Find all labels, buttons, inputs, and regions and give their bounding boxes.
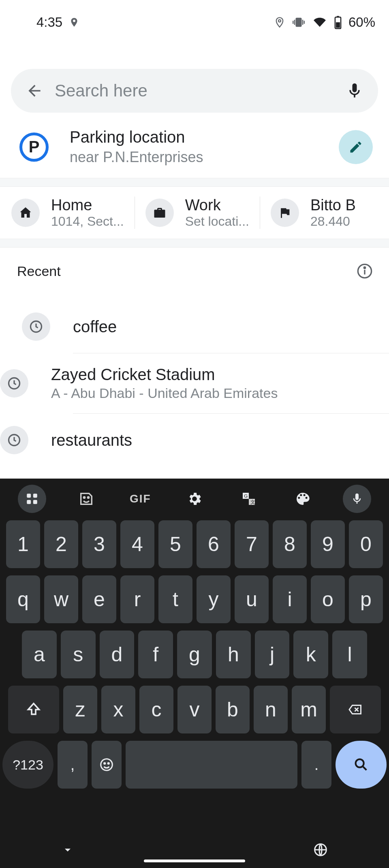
key-o[interactable]: o [311,575,345,623]
parking-subtitle: near P.N.Enterprises [70,149,339,166]
vibrate-icon [292,16,306,28]
key-z[interactable]: z [63,686,97,733]
recent-header: Recent [0,248,389,279]
divider [0,178,389,187]
globe-icon[interactable] [313,842,328,857]
svg-text:文: 文 [250,499,255,504]
recent-item[interactable]: restaurants [73,413,389,466]
key-p[interactable]: p [349,575,383,623]
key-0[interactable]: 0 [349,520,383,568]
shortcut-custom[interactable]: Bitto B 28.440 [271,197,366,229]
key-emoji[interactable] [92,741,122,789]
settings-icon[interactable] [180,485,209,513]
recent-list: coffee Zayed Cricket Stadium A - Abu Dha… [0,279,389,466]
location-outline-icon [274,15,285,29]
key-e[interactable]: e [82,575,116,623]
key-r[interactable]: r [120,575,154,623]
recent-label: Recent [17,263,61,279]
key-f[interactable]: f [138,631,173,678]
shortcut-title: Work [185,197,249,214]
key-x[interactable]: x [101,686,135,733]
recent-item[interactable]: Zayed Cricket Stadium A - Abu Dhabi - Un… [73,353,389,413]
shift-icon [26,701,42,718]
sticker-icon[interactable] [72,485,100,513]
info-icon[interactable] [357,263,373,279]
key-j[interactable]: j [255,631,290,678]
key-v[interactable]: v [177,686,212,733]
home-indicator[interactable] [144,859,245,862]
search-bar[interactable]: Search here [11,69,378,113]
flag-icon [271,199,299,227]
key-comma[interactable]: , [58,741,88,789]
edit-parking-button[interactable] [339,130,373,164]
svg-text:G: G [244,493,248,498]
theme-icon[interactable] [289,485,317,513]
nav-bar [0,832,389,868]
back-icon[interactable] [26,82,43,100]
key-2[interactable]: 2 [44,520,78,568]
key-i[interactable]: i [273,575,307,623]
wifi-icon [312,16,327,28]
key-3[interactable]: 3 [82,520,116,568]
key-1[interactable]: 1 [6,520,40,568]
key-q[interactable]: q [6,575,40,623]
pencil-icon [348,140,363,154]
clock-icon [0,426,28,454]
keyboard-row-numbers: 1 2 3 4 5 6 7 8 9 0 [2,520,387,568]
svg-rect-12 [27,500,31,504]
svg-point-0 [278,20,281,22]
key-d[interactable]: d [100,631,135,678]
recent-item[interactable]: coffee [0,300,389,353]
keyboard-apps-icon[interactable] [18,485,46,513]
key-c[interactable]: c [139,686,173,733]
key-k[interactable]: k [293,631,328,678]
svg-point-15 [88,497,89,498]
parking-icon: P [19,133,49,162]
key-u[interactable]: u [235,575,269,623]
svg-point-21 [356,759,364,768]
key-search[interactable] [336,741,387,789]
key-t[interactable]: t [158,575,192,623]
search-icon [353,757,369,773]
voice-input-icon[interactable] [343,485,371,513]
keyboard-toolbar: GIF G文 [0,479,389,519]
parking-title: Parking location [70,128,339,146]
key-h[interactable]: h [216,631,251,678]
parking-location-row[interactable]: P Parking location near P.N.Enterprises [0,113,389,178]
translate-icon[interactable]: G文 [235,485,263,513]
key-l[interactable]: l [332,631,367,678]
svg-rect-2 [337,16,339,17]
key-backspace[interactable] [330,686,381,733]
key-b[interactable]: b [216,686,250,733]
key-shift[interactable] [8,686,59,733]
shortcut-home[interactable]: Home 1014, Sect... [11,197,135,229]
key-symbols[interactable]: ?123 [2,741,53,789]
keyboard: GIF G文 1 2 3 4 5 6 7 8 9 0 q w e [0,479,389,868]
key-9[interactable]: 9 [311,520,345,568]
key-m[interactable]: m [292,686,326,733]
key-g[interactable]: g [177,631,212,678]
key-period[interactable]: . [301,741,331,789]
key-4[interactable]: 4 [120,520,154,568]
shortcut-work[interactable]: Work Set locati... [145,197,260,229]
key-a[interactable]: a [22,631,57,678]
key-n[interactable]: n [254,686,288,733]
key-y[interactable]: y [197,575,231,623]
divider [0,239,389,248]
key-8[interactable]: 8 [273,520,307,568]
gif-button[interactable]: GIF [126,485,154,513]
svg-rect-3 [336,22,340,28]
key-6[interactable]: 6 [197,520,231,568]
key-w[interactable]: w [44,575,78,623]
key-7[interactable]: 7 [235,520,269,568]
status-time: 4:35 [36,15,62,30]
svg-point-14 [83,497,85,498]
keyboard-row-1: q w e r t y u i o p [2,575,387,623]
key-s[interactable]: s [61,631,96,678]
keyboard-row-2: a s d f g h j k l [2,631,387,678]
recent-item-title: Zayed Cricket Stadium [51,366,278,384]
collapse-keyboard-icon[interactable] [61,843,75,857]
mic-icon[interactable] [346,82,363,100]
key-space[interactable] [126,741,297,789]
key-5[interactable]: 5 [158,520,192,568]
